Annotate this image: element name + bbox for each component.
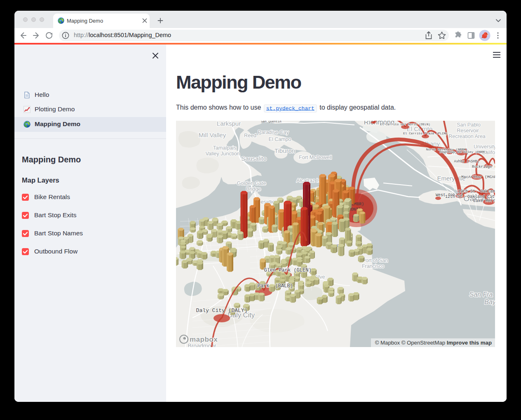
svg-text:© Mapbox © OpenStreetMap Impro: © Mapbox © OpenStreetMap Improve this ma…	[375, 340, 492, 346]
svg-text:San Pablo: San Pablo	[457, 122, 481, 128]
svg-text:Downtown Berkeley (DBRK): Downtown Berkeley (DBRK)	[439, 150, 487, 154]
svg-text:Mill Valley: Mill Valley	[199, 131, 226, 138]
svg-text:Daly City (DALY): Daly City (DALY)	[196, 307, 248, 314]
svg-text:Francisco: Francisco	[362, 263, 384, 269]
svg-text:Paradise Cay: Paradise Cay	[258, 129, 289, 135]
svg-text:El Cerrito Plaza (PLZA): El Cerrito Plaza (PLZA)	[403, 132, 448, 135]
svg-text:Sausalito: Sausalito	[241, 155, 267, 162]
svg-text:MacArthur (MCART: MacArthur (MCART	[461, 175, 495, 179]
svg-text:Reservoir: Reservoir	[457, 128, 479, 134]
svg-text:Ashby (ASHB): Ashby (ASHB)	[454, 160, 479, 164]
svg-text:Port of San: Port of San	[362, 258, 388, 263]
svg-text:Larkspur: Larkspur	[217, 121, 241, 127]
svg-text:mapbox: mapbox	[190, 336, 218, 343]
svg-text:Bridge: Bridge	[246, 186, 261, 192]
svg-text:Valley Junction: Valley Junction	[205, 151, 239, 157]
svg-text:El Campo: El Campo	[269, 136, 291, 142]
svg-text:(BALB): (BALB)	[275, 283, 293, 289]
svg-text:Park: Park	[258, 283, 270, 289]
svg-text:Reed: Reed	[244, 133, 256, 138]
svg-text:Recreation Area: Recreation Area	[448, 134, 486, 139]
svg-text:Tamalpais: Tamalpais	[213, 145, 236, 151]
svg-text:University: University	[474, 144, 495, 150]
svg-text:19th St. Oaklan: 19th St. Oaklan	[458, 189, 495, 194]
svg-text:Tiburon: Tiburon	[275, 147, 295, 154]
svg-text:Fort McDowell: Fort McDowell	[299, 155, 332, 160]
svg-text:Golden Gate: Golden Gate	[237, 181, 266, 186]
svg-text:Lake Merri: Lake Merri	[473, 199, 495, 203]
svg-text:Bay: Bay	[484, 298, 495, 305]
svg-text:San Quentin: San Quentin	[261, 121, 282, 123]
svg-text:Rockridge (RO: Rockridge (RO	[472, 165, 495, 169]
svg-text:San Fra: San Fra	[469, 291, 493, 298]
svg-text:El Cerrito del Norte (DELN): El Cerrito del Norte (DELN)	[380, 123, 430, 126]
svg-text:Glen Park (GLEN): Glen Park (GLEN)	[264, 267, 311, 273]
